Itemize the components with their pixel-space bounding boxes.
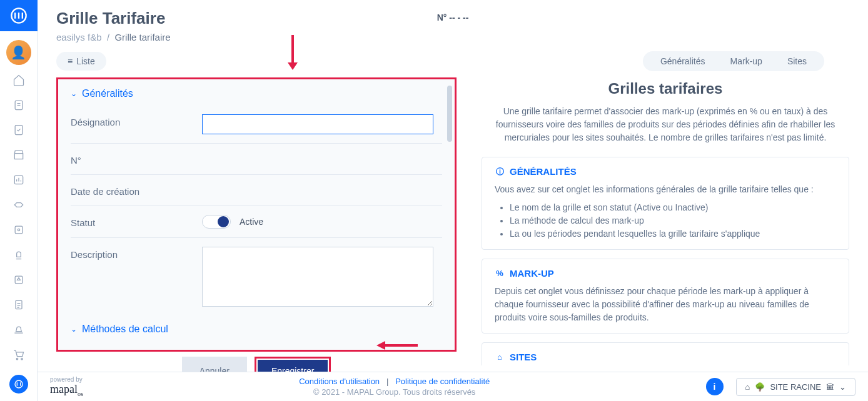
list-button[interactable]: ≡ Liste (56, 52, 106, 71)
svg-point-5 (18, 229, 19, 230)
handshake-icon[interactable] (6, 195, 31, 215)
document-icon[interactable] (6, 295, 31, 315)
section-header-general[interactable]: ⌄ Généralités (71, 88, 442, 99)
clipboard-icon[interactable] (6, 95, 31, 115)
percent-icon: % (495, 269, 505, 279)
info-intro: Une grille tarifaire permet d'associer d… (482, 105, 849, 144)
chevron-down-icon: ⌄ (839, 382, 846, 392)
tree-icon: 🌳 (755, 382, 765, 392)
home-icon[interactable] (6, 70, 31, 90)
brand-logo: powered by mapalos (50, 376, 83, 397)
date-label: Date de création (71, 184, 202, 197)
home-solid-icon: ⌂ (495, 352, 505, 362)
breadcrumb-current: Grille tarifaire (114, 32, 170, 42)
page-title: Grille Tarifaire (56, 9, 321, 28)
footer: powered by mapalos Conditions d'utilisat… (38, 372, 868, 401)
catalog-icon[interactable] (6, 220, 31, 240)
info-title: Grilles tarifaires (482, 80, 849, 97)
form-panel: ⌄ Généralités Désignation N° (56, 77, 457, 352)
statut-label: Statut (71, 215, 202, 228)
user-avatar[interactable]: 👤 (6, 40, 31, 65)
tab-sites[interactable]: Sites (787, 56, 807, 66)
bell-icon[interactable] (6, 320, 31, 340)
store-icon[interactable] (6, 145, 31, 165)
info-icon: ⓘ (495, 167, 505, 177)
tab-generalites[interactable]: Généralités (660, 56, 705, 66)
copyright: © 2021 - MAPAL Group. Tous droits réserv… (96, 387, 694, 397)
help-icon[interactable]: i (706, 378, 724, 395)
cart-icon[interactable] (6, 345, 31, 365)
numero-label: N° (71, 152, 202, 166)
reference-number: N° -- - -- (321, 9, 585, 22)
save-button[interactable]: Enregistrer (258, 360, 328, 372)
app-badge-icon[interactable] (9, 375, 28, 394)
designation-label: Désignation (71, 114, 202, 127)
chevron-down-icon: ⌄ (71, 89, 77, 98)
svg-point-8 (16, 358, 18, 360)
designation-input[interactable] (202, 114, 433, 134)
chevron-down-icon: ⌄ (71, 325, 77, 334)
info-card-generalites: ⓘGÉNÉRALITÉS Vous avez sur cet onglet le… (482, 157, 849, 250)
save-button-highlight: Enregistrer (255, 357, 331, 372)
description-input[interactable] (202, 247, 433, 307)
app-logo[interactable] (0, 0, 38, 31)
sidebar: 👤 (0, 0, 38, 401)
info-panel: Grilles tarifaires Une grille tarifaire … (482, 77, 849, 365)
terms-link[interactable]: Conditions d'utilisation (299, 377, 380, 386)
scrollbar-thumb[interactable] (447, 86, 452, 142)
description-label: Description (71, 247, 202, 260)
svg-rect-4 (15, 226, 23, 234)
list-icon: ≡ (68, 56, 73, 66)
tab-markup[interactable]: Mark-up (730, 56, 762, 66)
site-selector[interactable]: ⌂ 🌳 SITE RACINE 🏛 ⌄ (736, 378, 855, 396)
report-icon[interactable] (6, 170, 31, 190)
statut-value: Active (240, 217, 263, 227)
distribution-icon[interactable] (6, 270, 31, 290)
statut-toggle[interactable] (202, 215, 231, 229)
tabs: Généralités Mark-up Sites (643, 51, 824, 71)
breadcrumb: easilys f&b / Grille tarifaire (56, 32, 321, 42)
chef-icon[interactable] (6, 245, 31, 265)
privacy-link[interactable]: Politique de confidentialité (395, 377, 490, 386)
section-header-methods[interactable]: ⌄ Méthodes de calcul (71, 324, 442, 335)
building-icon: 🏛 (826, 382, 834, 392)
home-outline-icon: ⌂ (745, 382, 750, 392)
cancel-button[interactable]: Annuler (182, 357, 247, 372)
svg-point-9 (21, 358, 23, 360)
header: Grille Tarifaire easilys f&b / Grille ta… (38, 0, 868, 46)
svg-point-10 (15, 380, 23, 388)
info-card-markup: %MARK-UP Depuis cet onglet vous définiss… (482, 259, 849, 334)
checklist-icon[interactable] (6, 120, 31, 140)
info-card-sites: ⌂SITES Depuis cet onglet vous choisissez… (482, 342, 849, 365)
breadcrumb-root[interactable]: easilys f&b (56, 32, 102, 42)
